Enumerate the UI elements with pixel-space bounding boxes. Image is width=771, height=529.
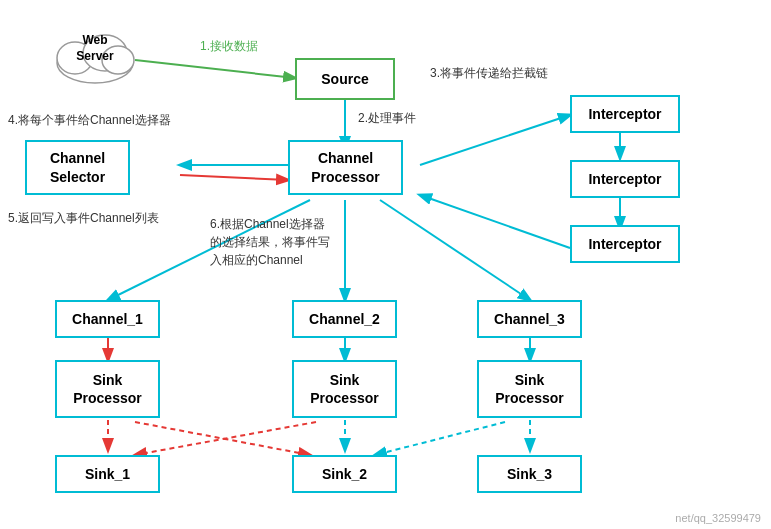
svg-line-0 (135, 60, 295, 78)
svg-line-7 (180, 175, 288, 180)
channel-selector-node: ChannelSelector (25, 140, 130, 195)
webserver-node: WebServer (50, 18, 140, 88)
step2-label: 2.处理事件 (358, 110, 416, 127)
channel3-node: Channel_3 (477, 300, 582, 338)
sink-processor3-node: SinkProcessor (477, 360, 582, 418)
webserver-label: WebServer (76, 33, 113, 63)
channel2-label: Channel_2 (309, 310, 380, 328)
channel-processor-label: ChannelProcessor (311, 149, 379, 185)
source-node: Source (295, 58, 395, 100)
step1-label: 1.接收数据 (200, 38, 258, 55)
interceptor3-label: Interceptor (588, 235, 661, 253)
sink2-label: Sink_2 (322, 465, 367, 483)
step5-label: 5.返回写入事件Channel列表 (8, 210, 159, 227)
sink-processor1-label: SinkProcessor (73, 371, 141, 407)
channel-selector-label: ChannelSelector (50, 149, 105, 185)
interceptor2-label: Interceptor (588, 170, 661, 188)
interceptor2-node: Interceptor (570, 160, 680, 198)
channel-processor-node: ChannelProcessor (288, 140, 403, 195)
channel1-label: Channel_1 (72, 310, 143, 328)
step3-label: 3.将事件传递给拦截链 (430, 65, 548, 82)
step6-label: 6.根据Channel选择器的选择结果，将事件写入相应的Channel (210, 215, 330, 269)
sink-processor2-label: SinkProcessor (310, 371, 378, 407)
sink1-label: Sink_1 (85, 465, 130, 483)
sink-processor3-label: SinkProcessor (495, 371, 563, 407)
watermark: net/qq_32599479 (675, 512, 761, 524)
interceptor1-node: Interceptor (570, 95, 680, 133)
interceptor3-node: Interceptor (570, 225, 680, 263)
svg-line-15 (135, 422, 310, 455)
svg-line-10 (380, 200, 530, 300)
svg-line-2 (420, 115, 570, 165)
sink-processor2-node: SinkProcessor (292, 360, 397, 418)
sink3-label: Sink_3 (507, 465, 552, 483)
channel2-node: Channel_2 (292, 300, 397, 338)
channel3-label: Channel_3 (494, 310, 565, 328)
svg-line-18 (375, 422, 505, 455)
channel1-node: Channel_1 (55, 300, 160, 338)
diagram: WebServer Source ChannelSelector Channel… (0, 0, 771, 529)
sink2-node: Sink_2 (292, 455, 397, 493)
step4-label: 4.将每个事件给Channel选择器 (8, 112, 171, 129)
sink3-node: Sink_3 (477, 455, 582, 493)
sink1-node: Sink_1 (55, 455, 160, 493)
sink-processor1-node: SinkProcessor (55, 360, 160, 418)
interceptor1-label: Interceptor (588, 105, 661, 123)
source-label: Source (321, 70, 368, 88)
svg-line-16 (135, 422, 316, 455)
svg-line-5 (420, 195, 570, 248)
